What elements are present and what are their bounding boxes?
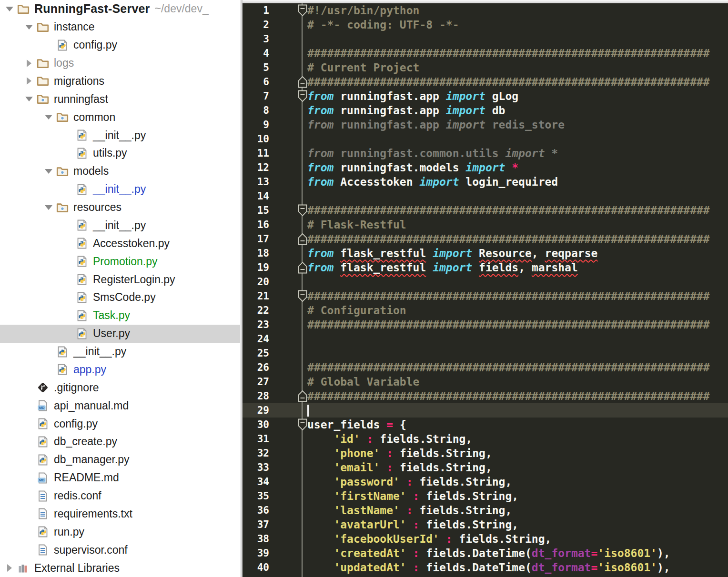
code-text[interactable]: user_fields = { <box>269 418 406 432</box>
code-text[interactable]: ########################################… <box>269 360 710 375</box>
code-text[interactable]: 'firstName' : fields.String, <box>269 489 518 503</box>
code-line-24[interactable]: 24 <box>243 332 728 346</box>
fold-marker-start-icon[interactable] <box>298 290 307 302</box>
code-line-3[interactable]: 3 <box>243 32 728 46</box>
chevron-expanded-icon[interactable] <box>22 97 36 101</box>
tree-item-requirements-txt[interactable]: requirements.txt <box>0 505 240 523</box>
tree-item-utils-py[interactable]: utils.py <box>0 144 240 162</box>
tree-item-smscode-py[interactable]: SmsCode.py <box>0 288 240 307</box>
code-line-33[interactable]: 33 'email' : fields.String, <box>243 460 728 475</box>
code-text[interactable]: ########################################… <box>269 203 710 218</box>
tree-item-accesstoken-py[interactable]: Accesstoken.py <box>0 234 240 252</box>
code-line-2[interactable]: 2# -*- coding: UTF-8 -*- <box>243 18 728 32</box>
chevron-collapsed-icon[interactable] <box>22 60 36 67</box>
code-line-21[interactable]: 21######################################… <box>243 289 728 303</box>
code-line-20[interactable]: 20 <box>243 275 728 289</box>
code-line-38[interactable]: 38 'facebookUserId' : fields.String, <box>243 532 728 546</box>
code-text[interactable]: 'email' : fields.String, <box>269 460 492 475</box>
tree-item-gitignore[interactable]: .gitignore <box>0 378 240 397</box>
tree-item-migrations[interactable]: migrations <box>0 72 240 90</box>
code-text[interactable]: ########################################… <box>269 46 710 60</box>
code-text[interactable]: from flask_restful import Resource, reqp… <box>269 246 597 260</box>
code-line-19[interactable]: 19from flask_restful import fields, mars… <box>243 260 728 275</box>
code-text[interactable]: #!/usr/bin/python <box>269 3 419 18</box>
code-line-29[interactable]: 29 <box>243 403 728 418</box>
code-line-30[interactable]: 30user_fields = { <box>243 418 728 432</box>
tree-item-run-py[interactable]: run.py <box>0 523 240 541</box>
code-text[interactable]: # Flask-Restful <box>269 218 406 232</box>
code-text[interactable]: ########################################… <box>269 232 710 246</box>
tree-item-runningfast[interactable]: runningfast <box>0 90 240 108</box>
code-line-17[interactable]: 17######################################… <box>243 232 728 246</box>
fold-marker-end-icon[interactable] <box>298 233 307 245</box>
code-text[interactable]: from flask_restful import fields, marsha… <box>269 260 578 275</box>
code-line-31[interactable]: 31 'id' : fields.String, <box>243 432 728 446</box>
code-line-22[interactable]: 22# Configuration <box>243 303 728 318</box>
chevron-collapsed-icon[interactable] <box>3 564 16 572</box>
tree-item-db-create-py[interactable]: db_create.py <box>0 433 240 451</box>
code-line-15[interactable]: 15######################################… <box>243 203 728 218</box>
code-text[interactable]: from runningfast.app import db <box>269 103 505 118</box>
code-line-1[interactable]: 1#!/usr/bin/python <box>243 3 728 18</box>
code-text[interactable]: 'updatedAt' : fields.DateTime(dt_format=… <box>269 560 670 575</box>
code-line-40[interactable]: 40 'updatedAt' : fields.DateTime(dt_form… <box>243 560 728 575</box>
code-line-36[interactable]: 36 'lastName' : fields.String, <box>243 503 728 517</box>
tree-item-config-py[interactable]: config.py <box>0 36 240 54</box>
tree-item-common[interactable]: common <box>0 108 240 126</box>
code-line-23[interactable]: 23######################################… <box>243 318 728 332</box>
fold-marker-end-icon[interactable] <box>298 390 307 402</box>
code-line-26[interactable]: 26######################################… <box>243 360 728 375</box>
chevron-expanded-icon[interactable] <box>42 115 55 119</box>
code-text[interactable]: 'facebookUserId' : fields.String, <box>269 532 551 546</box>
code-text[interactable]: # Configuration <box>269 303 406 318</box>
tree-item-external-libraries[interactable]: External Libraries <box>0 559 240 577</box>
code-text[interactable]: from runningfast.common.utils import * <box>269 146 558 160</box>
code-line-39[interactable]: 39 'createdAt' : fields.DateTime(dt_form… <box>243 546 728 560</box>
code-text[interactable]: 'lastName' : fields.String, <box>269 503 512 517</box>
code-line-13[interactable]: 13from Accesstoken import login_required <box>243 175 728 189</box>
tree-item-runningfast-server[interactable]: RunningFast-Server~/dev/dev_ <box>0 0 240 18</box>
code-line-9[interactable]: 9from runningfast.app import redis_store <box>243 118 728 132</box>
code-line-28[interactable]: 28######################################… <box>243 389 728 403</box>
code-text[interactable]: ########################################… <box>269 289 710 303</box>
code-text[interactable]: 'createdAt' : fields.DateTime(dt_format=… <box>269 546 670 560</box>
code-text[interactable]: ########################################… <box>269 389 710 403</box>
chevron-expanded-icon[interactable] <box>22 25 36 30</box>
tree-item-user-py[interactable]: User.py <box>0 325 240 343</box>
fold-marker-start-icon[interactable] <box>298 90 307 102</box>
tree-item-task-py[interactable]: Task.py <box>0 307 240 325</box>
fold-marker-end-icon[interactable] <box>298 261 307 274</box>
tree-item-app-py[interactable]: app.py <box>0 361 240 379</box>
code-line-10[interactable]: 10 <box>243 132 728 146</box>
code-line-34[interactable]: 34 'password' : fields.String, <box>243 475 728 489</box>
code-line-12[interactable]: 12from runningfast.models import * <box>243 160 728 175</box>
code-text[interactable]: 'id' : fields.String, <box>269 432 472 446</box>
tree-item-config-py[interactable]: config.py <box>0 415 240 433</box>
code-text[interactable]: ########################################… <box>269 318 710 332</box>
code-text[interactable]: from runningfast.models import * <box>269 160 518 175</box>
code-line-32[interactable]: 32 'phone' : fields.String, <box>243 446 728 460</box>
fold-marker-start-icon[interactable] <box>298 4 307 17</box>
tree-item-registerlogin-py[interactable]: RegisterLogin.py <box>0 270 240 288</box>
tree-item-supervisor-conf[interactable]: supervisor.conf <box>0 541 240 559</box>
code-line-27[interactable]: 27# Global Variable <box>243 375 728 389</box>
code-line-18[interactable]: 18from flask_restful import Resource, re… <box>243 246 728 260</box>
code-text[interactable]: # -*- coding: UTF-8 -*- <box>269 18 459 32</box>
fold-marker-end-icon[interactable] <box>298 76 307 88</box>
code-text[interactable]: from Accesstoken import login_required <box>269 175 558 189</box>
code-line-16[interactable]: 16# Flask-Restful <box>243 218 728 232</box>
code-line-7[interactable]: 7from runningfast.app import gLog <box>243 89 728 103</box>
code-line-25[interactable]: 25 <box>243 346 728 360</box>
chevron-expanded-icon[interactable] <box>3 7 16 11</box>
code-text[interactable]: # Current Project <box>269 60 419 75</box>
code-text[interactable]: 'phone' : fields.String, <box>269 446 492 460</box>
tree-item-api-manual-md[interactable]: MDapi_manual.md <box>0 397 240 415</box>
code-text[interactable]: 'avatarUrl' : fields.String, <box>269 517 518 532</box>
code-text[interactable]: ########################################… <box>269 75 710 89</box>
tree-item-models[interactable]: models <box>0 162 240 180</box>
tree-item-resources[interactable]: resources <box>0 199 240 217</box>
tree-item-promotion-py[interactable]: Promotion.py <box>0 252 240 270</box>
tree-item-init-py[interactable]: __init__.py <box>0 343 240 361</box>
code-text[interactable]: 'password' : fields.String, <box>269 475 512 489</box>
code-line-37[interactable]: 37 'avatarUrl' : fields.String, <box>243 517 728 532</box>
